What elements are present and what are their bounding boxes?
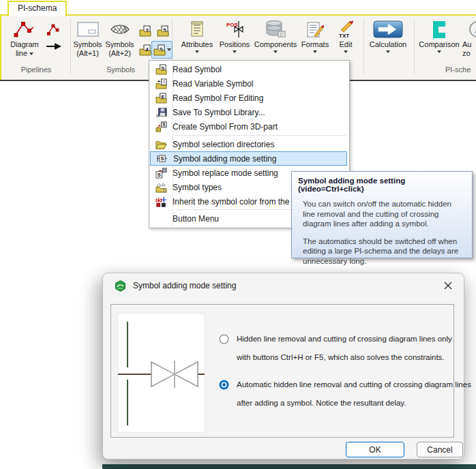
- ok-label: OK: [369, 445, 381, 455]
- valve-diagram: [118, 314, 205, 432]
- positions-label: Positions: [220, 40, 250, 49]
- tooltip-title: Symbol adding mode setting (video=Ctrl+c…: [298, 177, 466, 193]
- symbols-alt1-label-2: (Alt+1): [76, 49, 99, 58]
- components-label: Components: [254, 40, 297, 49]
- tab-underline: [0, 14, 476, 16]
- svg-text:TXT: TXT: [339, 33, 349, 39]
- folder-5-icon: 5: [157, 25, 169, 37]
- menu-item-label: Symbol adding mode setting: [173, 154, 276, 164]
- comparison-icon: [431, 18, 447, 40]
- menu-item-label: Symbol replace mode setting: [173, 168, 278, 178]
- diagram-line-label-1: Diagram: [10, 40, 39, 49]
- radio-automatic-option[interactable]: Automatic hidden line removal and cuttin…: [219, 376, 471, 412]
- symbols-alt2-icon: [110, 18, 130, 40]
- symbols-alt1-label-1: Symbols: [73, 40, 102, 49]
- dialog-titlebar[interactable]: Symbol adding mode setting: [103, 273, 464, 298]
- cancel-label: Cancel: [427, 445, 452, 455]
- chevron-down-icon: [386, 50, 390, 53]
- group-separator: [363, 19, 364, 75]
- tab-pi-schema[interactable]: PI-schema: [8, 1, 67, 16]
- menu-item-label: Create Symbol From 3D-part: [173, 122, 278, 132]
- radio-automatic-line-2: after adding a symbol. Notice the result…: [237, 394, 471, 412]
- group-label-pipelines: Pipelines: [9, 65, 63, 74]
- radio-checked-icon: [219, 380, 229, 390]
- diagram-line-button[interactable]: Diagram line: [7, 18, 42, 58]
- symbols-alt1-button[interactable]: Symbols (Alt+1): [72, 18, 104, 58]
- menu-item-symbol-selection-directories[interactable]: Symbol selection directories: [150, 137, 347, 151]
- symbols-alt1-icon: [76, 18, 100, 40]
- menu-separator: [175, 135, 346, 136]
- folder-plus-icon: +: [150, 78, 173, 89]
- tooltip-symbol-adding-mode: Symbol adding mode setting (video=Ctrl+c…: [291, 171, 473, 258]
- svg-text:S: S: [160, 155, 164, 162]
- positions-button[interactable]: POS Positions: [217, 18, 252, 53]
- chevron-down-icon: [437, 50, 441, 53]
- diagram-line-label-2: line: [16, 49, 27, 57]
- diagram-line-small-icon: [46, 18, 61, 40]
- edit-button[interactable]: TXT Edit: [333, 18, 359, 53]
- radio-automatic-line-1: Automatic hidden line removal and cuttin…: [237, 376, 471, 394]
- dialog-title: Symbol adding mode setting: [133, 281, 236, 290]
- radio-manual-option[interactable]: Hidden line removal and cutting of cross…: [219, 330, 452, 367]
- diagram-line-arrow-button[interactable]: [42, 18, 65, 50]
- app-window: PI-schema Diagram line: [0, 0, 476, 469]
- tooltip-paragraph-2: The automatics should be switched off wh…: [303, 237, 466, 267]
- menu-item-symbol-adding-mode-setting[interactable]: S Symbol adding mode setting: [150, 151, 347, 166]
- svg-text:POS: POS: [226, 22, 239, 28]
- menu-item-label: Read Symbol For Editing: [173, 93, 263, 103]
- menu-item-label: Symbol selection directories: [173, 140, 274, 149]
- calculation-icon: [373, 18, 403, 40]
- menu-item-label: Read Variable Symbol: [173, 79, 254, 89]
- menu-item-create-symbol-from-3d-part[interactable]: S Create Symbol From 3D-part: [150, 119, 347, 134]
- svg-text:S: S: [158, 172, 161, 178]
- menu-item-label: Save To Symbol Library...: [173, 108, 265, 117]
- chevron-down-icon: [167, 48, 171, 51]
- folder-s-icon: S: [153, 44, 166, 56]
- attributes-icon: [190, 18, 204, 40]
- group-label-pi-schema: PI-sche: [445, 65, 476, 74]
- menu-item-label: Button Menu: [173, 214, 219, 224]
- autozoom-icon: A: [468, 18, 476, 40]
- symbols-alt2-label-1: Symbols: [105, 40, 134, 49]
- symbol-folder-3-button[interactable]: 3: [137, 22, 153, 40]
- ok-button[interactable]: OK: [346, 442, 404, 457]
- background-canvas-strip: [102, 464, 476, 469]
- components-button[interactable]: Components: [254, 18, 297, 53]
- menu-item-label: Read Symbol: [173, 65, 222, 74]
- close-icon[interactable]: [441, 279, 456, 292]
- menu-item-read-variable-symbol[interactable]: + Read Variable Symbol: [150, 76, 347, 91]
- symbol-folder-5-button[interactable]: 5: [155, 22, 171, 40]
- symbols-alt2-label-2: (Alt+2): [108, 49, 131, 58]
- symbol-adding-icon: S: [151, 153, 173, 164]
- formats-label: Formats: [301, 40, 329, 49]
- comparison-button[interactable]: Comparison: [417, 18, 461, 53]
- comparison-label: Comparison: [419, 40, 459, 49]
- menu-item-read-symbol[interactable]: S Read Symbol: [150, 62, 347, 76]
- chevron-down-icon: [195, 50, 199, 53]
- menu-item-save-to-symbol-library[interactable]: s Save To Symbol Library...: [150, 105, 347, 119]
- chevron-down-icon: [29, 52, 33, 55]
- radio-manual-line-1: Hidden line removal and cutting of cross…: [237, 330, 452, 348]
- menu-item-read-symbol-for-editing[interactable]: E Read Symbol For Editing: [150, 91, 347, 105]
- svg-text:S: S: [162, 122, 166, 127]
- calculation-label: Calculation: [370, 40, 406, 49]
- attributes-button[interactable]: Attributes: [177, 18, 217, 53]
- symbols-alt2-button[interactable]: Symbols (Alt+2): [104, 18, 136, 58]
- chevron-down-icon: [233, 50, 237, 53]
- folder-4-icon: 4: [139, 44, 151, 56]
- cancel-button[interactable]: Cancel: [417, 442, 463, 457]
- diagram-line-icon: [13, 18, 36, 40]
- ribbon-left-edge: [0, 14, 1, 80]
- symbol-folder-s-dropdown-button[interactable]: S: [151, 41, 173, 59]
- inherit-color-icon: [150, 196, 173, 207]
- group-separator: [70, 19, 71, 75]
- autozoom-button[interactable]: A Au zo: [462, 18, 476, 58]
- chevron-down-icon: [344, 50, 348, 53]
- menu-item-label: Symbol types: [173, 183, 222, 192]
- menu-item-label: Inherit the symbol color from the: [173, 197, 289, 207]
- calculation-button[interactable]: Calculation: [368, 18, 408, 53]
- group-separator: [414, 19, 415, 75]
- folder-e-icon: E: [150, 93, 173, 104]
- symbol-3d-icon: S: [150, 121, 173, 132]
- formats-button[interactable]: Formats: [298, 18, 332, 53]
